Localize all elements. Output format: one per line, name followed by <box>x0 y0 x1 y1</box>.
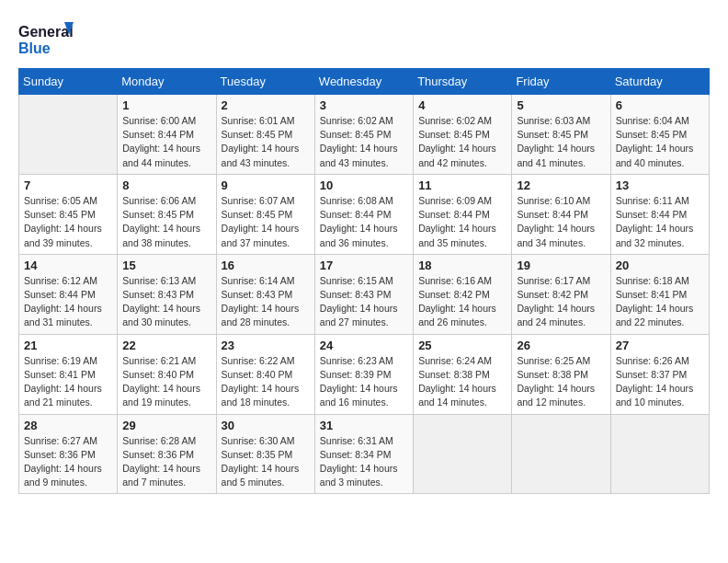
day-info: Sunrise: 6:30 AM Sunset: 8:35 PM Dayligh… <box>222 434 310 490</box>
day-number: 21 <box>24 339 112 352</box>
calendar-cell: 20Sunrise: 6:18 AM Sunset: 8:41 PM Dayli… <box>610 254 709 334</box>
day-info: Sunrise: 6:09 AM Sunset: 8:44 PM Dayligh… <box>418 194 506 250</box>
day-number: 27 <box>616 339 704 352</box>
day-number: 10 <box>320 178 408 192</box>
calendar-cell: 29Sunrise: 6:28 AM Sunset: 8:36 PM Dayli… <box>118 414 216 494</box>
calendar-cell: 11Sunrise: 6:09 AM Sunset: 8:44 PM Dayli… <box>414 174 512 254</box>
day-number: 14 <box>24 259 112 272</box>
day-info: Sunrise: 6:31 AM Sunset: 8:34 PM Dayligh… <box>320 434 408 490</box>
day-number: 6 <box>616 98 704 112</box>
day-info: Sunrise: 6:13 AM Sunset: 8:43 PM Dayligh… <box>122 274 210 330</box>
day-number: 2 <box>222 98 310 112</box>
calendar-cell: 10Sunrise: 6:08 AM Sunset: 8:44 PM Dayli… <box>314 174 413 254</box>
calendar-week-row: 7Sunrise: 6:05 AM Sunset: 8:45 PM Daylig… <box>19 174 710 254</box>
day-number: 24 <box>320 339 408 352</box>
day-info: Sunrise: 6:06 AM Sunset: 8:45 PM Dayligh… <box>122 194 210 250</box>
day-number: 18 <box>418 259 506 272</box>
calendar-week-row: 21Sunrise: 6:19 AM Sunset: 8:41 PM Dayli… <box>19 334 710 414</box>
calendar-cell: 31Sunrise: 6:31 AM Sunset: 8:34 PM Dayli… <box>314 414 413 494</box>
weekday-header-sunday: Sunday <box>19 69 118 95</box>
day-number: 7 <box>24 178 112 192</box>
day-number: 17 <box>320 259 408 272</box>
calendar-cell: 3Sunrise: 6:02 AM Sunset: 8:45 PM Daylig… <box>314 95 413 175</box>
calendar-cell <box>512 414 610 494</box>
weekday-header-tuesday: Tuesday <box>216 69 314 95</box>
day-number: 20 <box>616 259 704 272</box>
day-number: 1 <box>122 98 210 112</box>
day-number: 25 <box>418 339 506 352</box>
day-number: 4 <box>418 98 506 112</box>
weekday-header-row: SundayMondayTuesdayWednesdayThursdayFrid… <box>19 69 710 95</box>
day-info: Sunrise: 6:22 AM Sunset: 8:40 PM Dayligh… <box>222 354 310 410</box>
day-info: Sunrise: 6:16 AM Sunset: 8:42 PM Dayligh… <box>418 274 506 330</box>
calendar-cell: 25Sunrise: 6:24 AM Sunset: 8:38 PM Dayli… <box>414 334 512 414</box>
calendar-cell <box>610 414 709 494</box>
day-number: 22 <box>122 339 210 352</box>
svg-text:Blue: Blue <box>18 40 51 56</box>
weekday-header-friday: Friday <box>512 69 610 95</box>
calendar-cell: 24Sunrise: 6:23 AM Sunset: 8:39 PM Dayli… <box>314 334 413 414</box>
day-info: Sunrise: 6:12 AM Sunset: 8:44 PM Dayligh… <box>24 274 112 330</box>
day-number: 29 <box>122 419 210 432</box>
day-number: 31 <box>320 419 408 432</box>
day-number: 15 <box>122 259 210 272</box>
day-number: 13 <box>616 178 704 192</box>
calendar-cell: 8Sunrise: 6:06 AM Sunset: 8:45 PM Daylig… <box>118 174 216 254</box>
day-number: 16 <box>222 259 310 272</box>
calendar-cell: 12Sunrise: 6:10 AM Sunset: 8:44 PM Dayli… <box>512 174 610 254</box>
day-info: Sunrise: 6:24 AM Sunset: 8:38 PM Dayligh… <box>418 354 506 410</box>
day-info: Sunrise: 6:08 AM Sunset: 8:44 PM Dayligh… <box>320 194 408 250</box>
calendar-cell: 15Sunrise: 6:13 AM Sunset: 8:43 PM Dayli… <box>118 254 216 334</box>
calendar-week-row: 28Sunrise: 6:27 AM Sunset: 8:36 PM Dayli… <box>19 414 710 494</box>
calendar-week-row: 1Sunrise: 6:00 AM Sunset: 8:44 PM Daylig… <box>19 95 710 175</box>
day-info: Sunrise: 6:17 AM Sunset: 8:42 PM Dayligh… <box>517 274 605 330</box>
day-info: Sunrise: 6:02 AM Sunset: 8:45 PM Dayligh… <box>418 114 506 170</box>
day-number: 3 <box>320 98 408 112</box>
day-info: Sunrise: 6:10 AM Sunset: 8:44 PM Dayligh… <box>517 194 605 250</box>
day-info: Sunrise: 6:19 AM Sunset: 8:41 PM Dayligh… <box>24 354 112 410</box>
day-number: 12 <box>517 178 605 192</box>
calendar-week-row: 14Sunrise: 6:12 AM Sunset: 8:44 PM Dayli… <box>19 254 710 334</box>
calendar-cell: 5Sunrise: 6:03 AM Sunset: 8:45 PM Daylig… <box>512 95 610 175</box>
day-info: Sunrise: 6:15 AM Sunset: 8:43 PM Dayligh… <box>320 274 408 330</box>
day-info: Sunrise: 6:02 AM Sunset: 8:45 PM Dayligh… <box>320 114 408 170</box>
day-info: Sunrise: 6:03 AM Sunset: 8:45 PM Dayligh… <box>517 114 605 170</box>
calendar-cell: 22Sunrise: 6:21 AM Sunset: 8:40 PM Dayli… <box>118 334 216 414</box>
day-number: 8 <box>122 178 210 192</box>
weekday-header-wednesday: Wednesday <box>314 69 413 95</box>
page-header: GeneralBlue <box>18 18 710 59</box>
calendar-cell: 9Sunrise: 6:07 AM Sunset: 8:45 PM Daylig… <box>216 174 314 254</box>
day-info: Sunrise: 6:21 AM Sunset: 8:40 PM Dayligh… <box>122 354 210 410</box>
calendar-cell: 16Sunrise: 6:14 AM Sunset: 8:43 PM Dayli… <box>216 254 314 334</box>
calendar-table: SundayMondayTuesdayWednesdayThursdayFrid… <box>18 68 710 494</box>
weekday-header-monday: Monday <box>118 69 216 95</box>
day-info: Sunrise: 6:11 AM Sunset: 8:44 PM Dayligh… <box>616 194 704 250</box>
calendar-cell <box>19 95 118 175</box>
calendar-cell: 14Sunrise: 6:12 AM Sunset: 8:44 PM Dayli… <box>19 254 118 334</box>
day-info: Sunrise: 6:25 AM Sunset: 8:38 PM Dayligh… <box>517 354 605 410</box>
calendar-cell: 17Sunrise: 6:15 AM Sunset: 8:43 PM Dayli… <box>314 254 413 334</box>
calendar-cell: 13Sunrise: 6:11 AM Sunset: 8:44 PM Dayli… <box>610 174 709 254</box>
weekday-header-thursday: Thursday <box>414 69 512 95</box>
logo-icon: GeneralBlue <box>18 18 74 59</box>
day-info: Sunrise: 6:00 AM Sunset: 8:44 PM Dayligh… <box>122 114 210 170</box>
day-number: 28 <box>24 419 112 432</box>
weekday-header-saturday: Saturday <box>610 69 709 95</box>
calendar-cell: 18Sunrise: 6:16 AM Sunset: 8:42 PM Dayli… <box>414 254 512 334</box>
svg-text:General: General <box>18 24 74 40</box>
calendar-cell: 28Sunrise: 6:27 AM Sunset: 8:36 PM Dayli… <box>19 414 118 494</box>
day-info: Sunrise: 6:26 AM Sunset: 8:37 PM Dayligh… <box>616 354 704 410</box>
logo: GeneralBlue <box>18 18 74 59</box>
day-number: 30 <box>222 419 310 432</box>
calendar-cell: 1Sunrise: 6:00 AM Sunset: 8:44 PM Daylig… <box>118 95 216 175</box>
day-info: Sunrise: 6:27 AM Sunset: 8:36 PM Dayligh… <box>24 434 112 490</box>
day-info: Sunrise: 6:07 AM Sunset: 8:45 PM Dayligh… <box>222 194 310 250</box>
calendar-cell: 21Sunrise: 6:19 AM Sunset: 8:41 PM Dayli… <box>19 334 118 414</box>
day-info: Sunrise: 6:28 AM Sunset: 8:36 PM Dayligh… <box>122 434 210 490</box>
day-number: 26 <box>517 339 605 352</box>
calendar-cell: 30Sunrise: 6:30 AM Sunset: 8:35 PM Dayli… <box>216 414 314 494</box>
day-number: 23 <box>222 339 310 352</box>
calendar-cell <box>414 414 512 494</box>
day-info: Sunrise: 6:23 AM Sunset: 8:39 PM Dayligh… <box>320 354 408 410</box>
calendar-cell: 7Sunrise: 6:05 AM Sunset: 8:45 PM Daylig… <box>19 174 118 254</box>
